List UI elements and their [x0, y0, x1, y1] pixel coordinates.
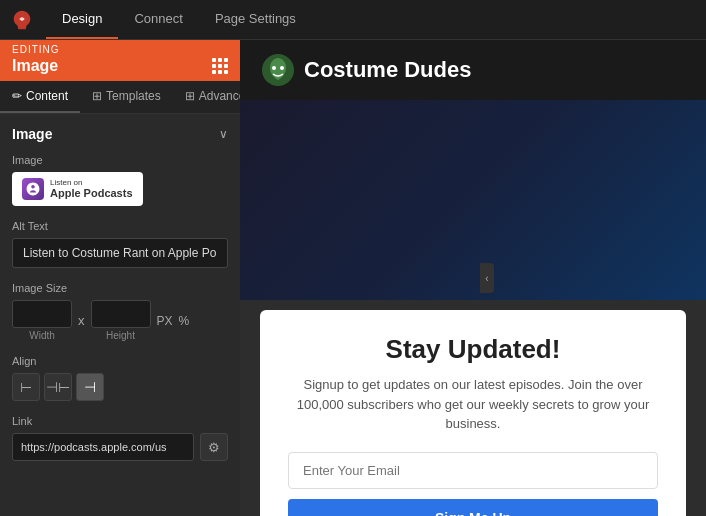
link-settings-button[interactable]: ⚙	[200, 433, 228, 461]
site-header: Costume Dudes	[240, 40, 706, 100]
apple-listen-text: Listen on Apple Podcasts	[50, 179, 133, 200]
signup-button[interactable]: Sign Me Up	[288, 499, 658, 517]
editing-label: EDITING	[0, 40, 240, 55]
align-right-button[interactable]: ⊣	[76, 373, 104, 401]
svg-point-1	[272, 66, 276, 70]
page-preview: Costume Dudes Stay Updated! Signup to ge…	[240, 40, 706, 516]
height-col: Height	[91, 300, 151, 341]
tab-design[interactable]: Design	[46, 0, 118, 39]
hero-section	[240, 100, 706, 300]
width-col: Width	[12, 300, 72, 341]
alt-text-input[interactable]	[12, 238, 228, 268]
align-left-button[interactable]: ⊢	[12, 373, 40, 401]
align-row: ⊢ ⊣⊢ ⊣	[12, 373, 228, 401]
height-input[interactable]	[91, 300, 151, 328]
top-nav: Design Connect Page Settings	[0, 0, 706, 40]
link-input[interactable]	[12, 433, 194, 461]
right-content: Costume Dudes Stay Updated! Signup to ge…	[240, 40, 706, 516]
unit-percent[interactable]: %	[179, 314, 190, 328]
image-field-label: Image	[12, 154, 228, 166]
content-tab-label: Content	[26, 89, 68, 103]
site-logo-area: Costume Dudes	[260, 52, 471, 88]
panel-content: Image ∨ Image Listen on Apple Podcasts A…	[0, 114, 240, 473]
advanced-tab-label: Advanced	[199, 89, 240, 103]
collapse-panel-button[interactable]: ‹	[480, 263, 494, 293]
app-logo	[8, 6, 36, 34]
templates-icon: ⊞	[92, 89, 102, 103]
image-preview[interactable]: Listen on Apple Podcasts	[12, 172, 143, 206]
tab-content[interactable]: ✏ Content	[0, 81, 80, 113]
width-label: Width	[29, 330, 55, 341]
width-input[interactable]	[12, 300, 72, 328]
templates-tab-label: Templates	[106, 89, 161, 103]
tab-page-settings[interactable]: Page Settings	[199, 0, 312, 39]
svg-point-2	[280, 66, 284, 70]
main-area: EDITING Image ✏ Content ⊞ Templates ⊞ Ad…	[0, 40, 706, 516]
apple-podcasts-label: Apple Podcasts	[50, 187, 133, 199]
site-title: Costume Dudes	[304, 57, 471, 83]
chevron-down-icon[interactable]: ∨	[219, 127, 228, 141]
grid-icon[interactable]	[212, 58, 228, 74]
image-size-label: Image Size	[12, 282, 228, 294]
advanced-icon: ⊞	[185, 89, 195, 103]
align-center-button[interactable]: ⊣⊢	[44, 373, 72, 401]
site-logo-icon	[260, 52, 296, 88]
nav-tabs: Design Connect Page Settings	[46, 0, 312, 39]
height-label: Height	[106, 330, 135, 341]
align-label: Align	[12, 355, 228, 367]
editing-title-row: Image	[0, 55, 240, 81]
tab-connect[interactable]: Connect	[118, 0, 198, 39]
tab-advanced[interactable]: ⊞ Advanced	[173, 81, 240, 113]
editing-title: Image	[12, 57, 58, 75]
signup-card: Stay Updated! Signup to get updates on o…	[260, 310, 686, 516]
pencil-icon: ✏	[12, 89, 22, 103]
link-row: ⚙	[12, 433, 228, 461]
section-title: Image	[12, 126, 52, 142]
section-header: Image ∨	[12, 126, 228, 142]
size-separator: x	[78, 313, 85, 328]
listen-on-label: Listen on	[50, 179, 133, 188]
signup-title: Stay Updated!	[288, 334, 658, 365]
alt-text-label: Alt Text	[12, 220, 228, 232]
unit-px[interactable]: PX	[157, 314, 173, 328]
email-input[interactable]	[288, 452, 658, 489]
signup-desc: Signup to get updates on our latest epis…	[288, 375, 658, 434]
size-row: Width x Height PX %	[12, 300, 228, 341]
sub-tabs: ✏ Content ⊞ Templates ⊞ Advanced	[0, 81, 240, 114]
link-label: Link	[12, 415, 228, 427]
left-panel: EDITING Image ✏ Content ⊞ Templates ⊞ Ad…	[0, 40, 240, 516]
tab-templates[interactable]: ⊞ Templates	[80, 81, 173, 113]
apple-podcast-icon	[22, 178, 44, 200]
